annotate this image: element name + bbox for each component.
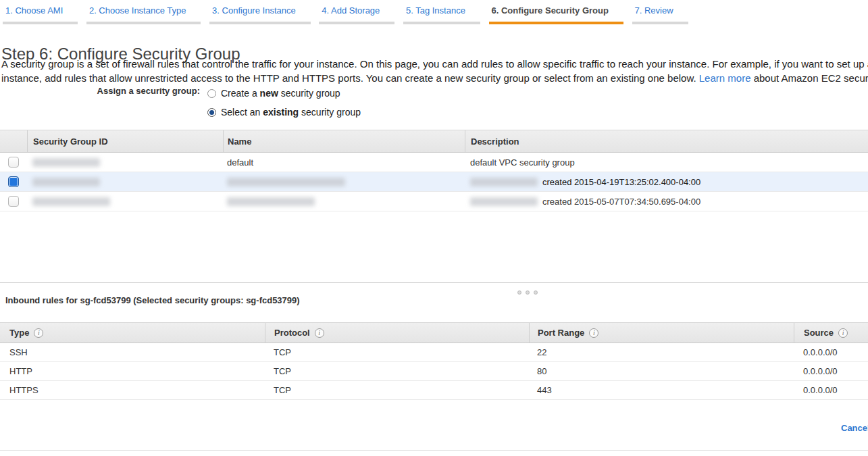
rule-protocol: TCP xyxy=(265,347,529,357)
security-group-row-third[interactable]: created 2015-05-07T07:34:50.695-04:00 xyxy=(0,192,868,211)
security-groups-table: Security Group ID Name Description defau… xyxy=(0,130,868,211)
inbound-rule-row-ssh: SSH TCP 22 0.0.0.0/0 xyxy=(0,343,868,362)
row3-description-cell: created 2015-05-07T07:34:50.695-04:00 xyxy=(465,197,868,207)
rule-type: HTTP xyxy=(0,366,265,376)
row3-name-cell xyxy=(223,197,465,206)
port-range-info-icon[interactable]: i xyxy=(589,328,598,338)
tab-choose-ami[interactable]: 1. Choose AMI xyxy=(3,5,78,24)
row3-id-cell xyxy=(27,197,223,206)
row3-checkbox-cell xyxy=(0,196,27,207)
rule-type: SSH xyxy=(0,347,265,357)
security-group-row-default[interactable]: default default VPC security group xyxy=(0,153,868,172)
pane-resize-handle[interactable] xyxy=(517,286,542,297)
row1-description-cell: default VPC security group xyxy=(465,157,868,168)
assign-security-group-options: Create a new security group Select an ex… xyxy=(207,84,361,122)
cancel-button[interactable]: Cancel xyxy=(841,423,868,433)
tab-review[interactable]: 7. Review xyxy=(632,5,688,24)
redacted-name xyxy=(227,178,345,186)
rule-source: 0.0.0.0/0 xyxy=(794,385,868,395)
rule-port-range: 22 xyxy=(529,347,794,357)
rule-port-range: 443 xyxy=(529,385,794,395)
tab-tag-instance[interactable]: 5. Tag Instance xyxy=(403,5,480,24)
option-create-new-label: Create a new security group xyxy=(221,88,340,99)
tab-configure-instance[interactable]: 3. Configure Instance xyxy=(209,5,311,24)
tab-choose-instance-type[interactable]: 2. Choose Instance Type xyxy=(86,5,201,24)
header-security-group-id: Security Group ID xyxy=(27,130,223,152)
row1-id-cell xyxy=(27,158,223,167)
learn-more-link[interactable]: Learn more xyxy=(699,72,751,84)
row2-description-cell: created 2015-04-19T13:25:02.400-04:00 xyxy=(465,177,868,187)
description-line-2-text: instance, add rules that allow unrestric… xyxy=(1,72,699,84)
header-checkbox-column xyxy=(0,130,27,152)
rule-source: 0.0.0.0/0 xyxy=(794,366,868,376)
row2-checkbox-checked[interactable] xyxy=(8,176,19,187)
grip-dot xyxy=(517,290,521,295)
type-info-icon[interactable]: i xyxy=(34,328,43,338)
source-info-icon[interactable]: i xyxy=(838,328,848,338)
option-select-existing-label: Select an existing security group xyxy=(221,107,361,118)
inbound-rules-table: Typei Protocoli Port Rangei Sourcei SSH … xyxy=(0,322,868,400)
header-port-range: Port Rangei xyxy=(529,323,794,343)
footer-divider xyxy=(0,450,868,451)
description-line-2: instance, add rules that allow unrestric… xyxy=(1,71,868,85)
header-protocol: Protocoli xyxy=(265,323,529,343)
redacted-description xyxy=(470,197,538,206)
security-groups-table-header: Security Group ID Name Description xyxy=(0,130,868,153)
assign-security-group-label: Assign a security group: xyxy=(0,86,200,96)
header-type: Typei xyxy=(0,323,265,343)
tab-configure-security-group[interactable]: 6. Configure Security Group xyxy=(489,5,623,24)
header-description: Description xyxy=(465,130,868,152)
inbound-rule-row-http: HTTP TCP 80 0.0.0.0/0 xyxy=(0,362,868,381)
inbound-rules-table-header: Typei Protocoli Port Rangei Sourcei xyxy=(0,322,868,343)
redacted-security-group-id xyxy=(32,197,110,206)
row2-name-cell xyxy=(223,178,465,186)
redacted-security-group-id xyxy=(32,158,100,167)
row3-created-timestamp: created 2015-05-07T07:34:50.695-04:00 xyxy=(542,197,700,207)
grip-dot xyxy=(526,290,530,295)
row2-checkbox-cell xyxy=(0,176,27,187)
row3-checkbox-unchecked[interactable] xyxy=(8,196,19,207)
rule-protocol: TCP xyxy=(265,366,529,376)
row2-id-cell xyxy=(27,178,223,186)
tab-add-storage[interactable]: 4. Add Storage xyxy=(319,5,394,24)
rule-source: 0.0.0.0/0 xyxy=(794,347,868,357)
description-line-2-tail: about Amazon EC2 security groups. xyxy=(750,72,868,84)
radio-select-existing-checked[interactable] xyxy=(207,108,216,117)
page-description: A security group is a set of firewall ru… xyxy=(1,57,868,85)
inbound-rule-row-https: HTTPS TCP 443 0.0.0.0/0 xyxy=(0,381,868,400)
rule-protocol: TCP xyxy=(265,385,529,395)
option-create-new-security-group[interactable]: Create a new security group xyxy=(207,84,361,103)
pane-divider xyxy=(0,282,868,283)
redacted-description xyxy=(470,178,538,186)
rule-port-range: 80 xyxy=(529,366,794,376)
security-group-row-selected[interactable]: created 2015-04-19T13:25:02.400-04:00 xyxy=(0,172,868,192)
header-name: Name xyxy=(223,130,465,152)
radio-create-new-unchecked[interactable] xyxy=(207,89,216,98)
redacted-name xyxy=(227,197,315,206)
redacted-security-group-id xyxy=(32,178,100,186)
row1-name-cell: default xyxy=(223,157,465,168)
row2-created-timestamp: created 2015-04-19T13:25:02.400-04:00 xyxy=(542,177,700,187)
grip-dot xyxy=(534,290,538,295)
inbound-rules-heading: Inbound rules for sg-fcd53799 (Selected … xyxy=(5,295,300,305)
option-select-existing-security-group[interactable]: Select an existing security group xyxy=(207,103,361,122)
description-line-1: A security group is a set of firewall ru… xyxy=(1,57,868,71)
header-source: Sourcei xyxy=(794,323,868,343)
row1-checkbox-cell xyxy=(0,157,27,168)
row1-checkbox-unchecked[interactable] xyxy=(8,157,19,168)
wizard-step-tabs: 1. Choose AMI 2. Choose Instance Type 3.… xyxy=(3,5,694,24)
rule-type: HTTPS xyxy=(0,385,265,395)
protocol-info-icon[interactable]: i xyxy=(315,328,324,338)
